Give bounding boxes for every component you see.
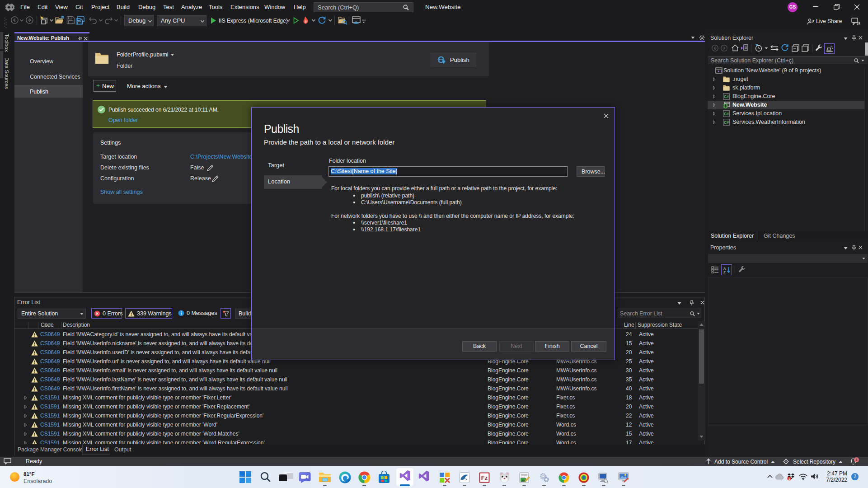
svg-text:Z: Z	[723, 270, 726, 274]
svg-text:1: 1	[788, 477, 790, 480]
svg-text:C#: C#	[724, 94, 729, 99]
svg-text:Fz: Fz	[481, 474, 488, 481]
svg-text:C#: C#	[724, 120, 729, 125]
svg-text:C#: C#	[724, 112, 729, 116]
